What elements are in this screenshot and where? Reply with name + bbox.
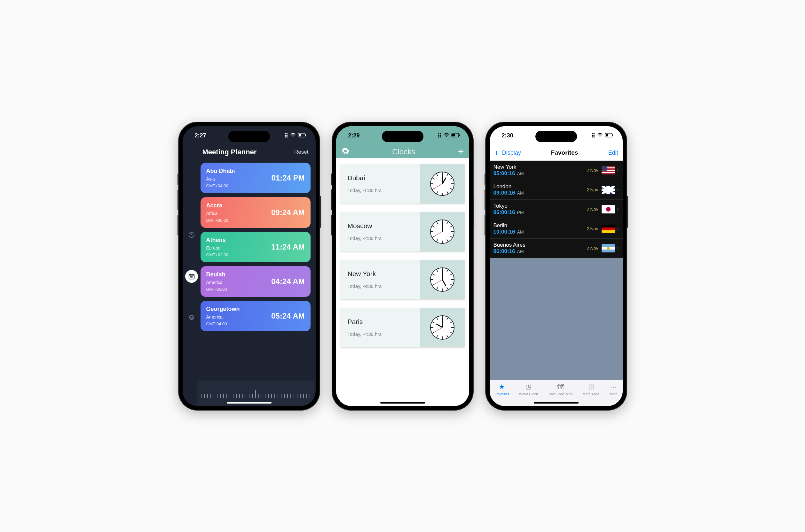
card-region: America xyxy=(206,280,227,285)
flag-icon xyxy=(602,166,615,174)
card-gmt: GMT+00:00 xyxy=(206,218,228,223)
sidebar-clock-icon[interactable] xyxy=(185,228,198,241)
svg-point-7 xyxy=(192,277,193,277)
clock-city: Paris xyxy=(348,318,413,326)
row-city: London xyxy=(493,184,587,190)
sidebar-gear-icon[interactable] xyxy=(185,311,198,324)
page-title: Meeting Planner xyxy=(202,148,257,156)
analog-clock-icon xyxy=(430,267,455,292)
clock-city: Dubai xyxy=(348,174,413,182)
clock-offset: Today, -1:30 hrs xyxy=(348,188,413,193)
flag-icon xyxy=(602,186,615,194)
display-button[interactable]: Display xyxy=(502,150,521,156)
clock-offset: Today, -9:30 hrs xyxy=(348,283,413,289)
signal-icon: ⠿ xyxy=(438,132,442,139)
meeting-card[interactable]: Abu Dhabi Asia GMT+04:00 01:24 PM xyxy=(201,163,311,193)
favorite-row[interactable]: Buenos Aires 06:00:16 AM 2 Nov › xyxy=(490,239,623,258)
navbar: + Display Favorites Edit xyxy=(490,145,623,161)
tab-label: Time Zone Map xyxy=(548,392,573,396)
svg-point-8 xyxy=(190,317,193,319)
phone-clocks: 2:29 ⠿ Clocks + Dubai Today, -1:30 hrs xyxy=(332,122,473,410)
clock-card[interactable]: Dubai Today, -1:30 hrs xyxy=(341,164,465,204)
tab-more-apps[interactable]: ⊞ More Apps xyxy=(583,383,600,396)
tab-label: More xyxy=(609,392,618,396)
tab-favorites[interactable]: ★ Favorites xyxy=(494,383,509,396)
row-city: New York xyxy=(493,164,587,170)
battery-icon xyxy=(451,132,460,139)
card-gmt: GMT+04:00 xyxy=(206,184,235,188)
add-button[interactable]: + xyxy=(458,146,464,157)
tab-label: Favorites xyxy=(494,392,509,396)
settings-gear-icon[interactable] xyxy=(341,147,350,156)
svg-rect-14 xyxy=(612,134,613,136)
card-gmt: GMT+02:00 xyxy=(206,252,228,257)
clock-card[interactable]: New York Today, -9:30 hrs xyxy=(341,260,465,299)
row-date: 2 Nov xyxy=(587,168,598,173)
wifi-icon xyxy=(597,132,603,139)
home-indicator[interactable] xyxy=(534,402,579,403)
add-favorite-button[interactable]: + xyxy=(494,148,499,158)
analog-clock-icon xyxy=(430,172,455,196)
signal-icon: ⠿ xyxy=(284,132,288,139)
tab-more[interactable]: ⋯ More xyxy=(609,383,618,396)
home-indicator[interactable] xyxy=(227,402,272,403)
svg-rect-2 xyxy=(306,134,306,136)
card-region: Asia xyxy=(206,176,235,182)
row-time: 10:00:16 xyxy=(493,229,515,235)
card-time: 01:24 PM xyxy=(271,173,305,183)
card-gmt: GMT-05:00 xyxy=(206,287,227,292)
dynamic-island xyxy=(382,131,423,142)
clock-card[interactable]: Moscow Today, -2:30 hrs xyxy=(341,212,465,251)
clock-city: New York xyxy=(348,270,413,278)
dynamic-island xyxy=(228,131,270,142)
svg-point-5 xyxy=(190,277,190,277)
nav-title: Favorites xyxy=(551,149,578,156)
sidebar-calendar-icon[interactable] xyxy=(185,270,198,283)
card-region: Europe xyxy=(206,245,228,250)
tab-time-zone-map[interactable]: 🗺 Time Zone Map xyxy=(548,383,573,396)
favorite-row[interactable]: Berlin 10:00:16 AM 2 Nov › xyxy=(490,219,623,239)
meeting-card[interactable]: Athens Europe GMT+02:00 11:24 AM xyxy=(201,232,311,262)
dynamic-island xyxy=(535,131,577,142)
row-ampm: AM xyxy=(517,171,524,176)
flag-icon xyxy=(602,244,615,252)
card-region: America xyxy=(206,315,240,320)
meeting-card[interactable]: Beulah America GMT-05:00 04:24 AM xyxy=(201,266,311,297)
tab-icon: ★ xyxy=(499,383,505,391)
home-indicator[interactable] xyxy=(380,402,425,403)
row-time: 09:00:16 xyxy=(493,190,515,196)
row-ampm: AM xyxy=(517,249,524,254)
phone-favorites: 2:30 ⠿ + Display Favorites Edit New York xyxy=(486,122,626,410)
card-city: Beulah xyxy=(206,271,227,278)
chevron-right-icon: › xyxy=(617,186,619,193)
status-icons: ⠿ xyxy=(591,132,614,139)
card-city: Georgetown xyxy=(206,306,240,312)
clock-offset: Today, -2:30 hrs xyxy=(348,235,413,241)
card-time: 09:24 AM xyxy=(271,208,305,217)
row-city: Buenos Aires xyxy=(493,242,587,248)
card-time: 05:24 AM xyxy=(271,311,305,321)
row-date: 2 Nov xyxy=(587,207,598,212)
tab-icon: ⋯ xyxy=(610,383,617,391)
card-city: Abu Dhabi xyxy=(206,168,235,174)
edit-button[interactable]: Edit xyxy=(608,150,618,156)
clock-offset: Today, -4:30 hrs xyxy=(348,331,413,337)
row-ampm: AM xyxy=(517,190,524,195)
analog-clock-icon xyxy=(430,315,455,340)
tab-world-clock[interactable]: ◷ World Clock xyxy=(519,383,538,396)
meeting-card[interactable]: Georgetown America GMT-04:00 05:24 AM xyxy=(201,301,311,331)
status-time: 2:30 xyxy=(502,132,513,139)
clock-card[interactable]: Paris Today, -4:30 hrs xyxy=(341,308,465,347)
card-city: Accra xyxy=(206,202,228,209)
favorite-row[interactable]: New York 05:00:16 AM 2 Nov › xyxy=(490,161,623,180)
status-icons: ⠿ xyxy=(438,132,460,139)
clock-city: Moscow xyxy=(348,222,413,230)
meeting-card[interactable]: Accra Africa GMT+00:00 09:24 AM xyxy=(201,197,311,228)
nav-title: Clocks xyxy=(392,147,415,156)
favorite-row[interactable]: London 09:00:16 AM 2 Nov › xyxy=(490,180,623,200)
tab-label: World Clock xyxy=(519,392,538,396)
reset-button[interactable]: Reset xyxy=(294,149,308,155)
favorite-row[interactable]: Tokyo 06:00:16 PM 2 Nov › xyxy=(490,200,623,219)
chevron-right-icon: › xyxy=(617,225,619,232)
status-icons: ⠿ xyxy=(284,132,307,139)
